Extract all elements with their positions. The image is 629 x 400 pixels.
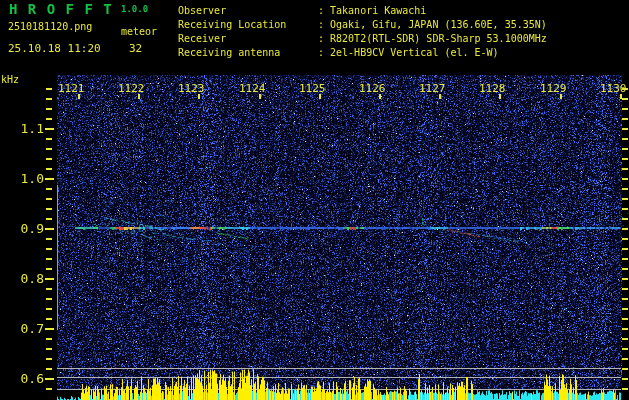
freq-label-4: 0.7 <box>0 321 44 336</box>
info-separator: : <box>318 5 324 16</box>
capture-filename: 2510181120.png <box>8 22 92 32</box>
info-label: Receiver <box>178 32 318 46</box>
info-row-location: Receiving Location:Ogaki, Gifu, JAPAN (1… <box>178 18 547 32</box>
spectrogram-canvas <box>0 0 629 400</box>
time-label-0: 1121 <box>58 82 85 95</box>
station-info: Observer:Takanori Kawachi Receiving Loca… <box>178 4 547 60</box>
time-label-2: 1123 <box>178 82 205 95</box>
app-title: H R O F F T <box>9 2 113 16</box>
capture-datetime: 25.10.18 11:20 <box>8 43 101 54</box>
info-row-observer: Observer:Takanori Kawachi <box>178 4 547 18</box>
info-separator: : <box>318 47 324 58</box>
info-value: R820T2(RTL-SDR) SDR-Sharp 53.1000MHz <box>330 33 547 44</box>
time-label-8: 1129 <box>540 82 567 95</box>
time-label-9: 1130 <box>600 82 627 95</box>
info-row-receiver: Receiver:R820T2(RTL-SDR) SDR-Sharp 53.10… <box>178 32 547 46</box>
freq-label-2: 0.9 <box>0 221 44 236</box>
freq-unit-label: kHz <box>1 75 19 85</box>
freq-label-3: 0.8 <box>0 271 44 286</box>
time-label-6: 1127 <box>419 82 446 95</box>
echo-count: 32 <box>129 43 142 54</box>
info-label: Receiving Location <box>178 18 318 32</box>
mode-label: meteor <box>121 27 157 37</box>
info-label: Observer <box>178 4 318 18</box>
app-version: 1.0.0 <box>121 5 148 14</box>
time-label-1: 1122 <box>118 82 145 95</box>
info-label: Receiving antenna <box>178 46 318 60</box>
freq-label-5: 0.6 <box>0 371 44 386</box>
info-separator: : <box>318 33 324 44</box>
time-label-4: 1125 <box>299 82 326 95</box>
info-value: Ogaki, Gifu, JAPAN (136.60E, 35.35N) <box>330 19 547 30</box>
time-label-5: 1126 <box>359 82 386 95</box>
info-value: Takanori Kawachi <box>330 5 426 16</box>
info-separator: : <box>318 19 324 30</box>
info-row-antenna: Receiving antenna:2el-HB9CV Vertical (el… <box>178 46 547 60</box>
time-label-3: 1124 <box>239 82 266 95</box>
time-label-7: 1128 <box>479 82 506 95</box>
hrofft-output: H R O F F T 1.0.0 2510181120.png meteor … <box>0 0 629 400</box>
freq-label-0: 1.1 <box>0 121 44 136</box>
freq-label-1: 1.0 <box>0 171 44 186</box>
info-value: 2el-HB9CV Vertical (el. E-W) <box>330 47 499 58</box>
